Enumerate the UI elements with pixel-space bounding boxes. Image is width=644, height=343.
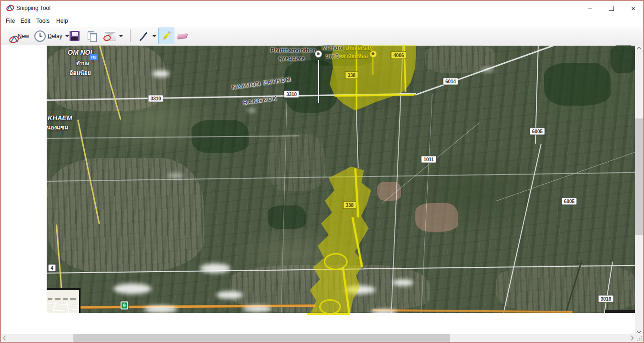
label-phutthamonthon-thai: พุทธมณฑล bbox=[279, 54, 305, 63]
inset-overview-map bbox=[47, 288, 80, 313]
highlighter-ink-overflow bbox=[307, 313, 350, 315]
route-shield-6005: 6005 bbox=[562, 198, 577, 205]
copy-button[interactable] bbox=[85, 28, 99, 44]
route-shield-4: 4 bbox=[48, 265, 56, 272]
scissors-icon bbox=[9, 34, 20, 44]
label-phutthamonthon: Phutthamonthon bbox=[271, 47, 316, 54]
cloud bbox=[144, 305, 177, 313]
route-shield-3310: 3310 bbox=[284, 91, 299, 98]
mahidol-marker-glyph bbox=[372, 52, 374, 55]
window-title: Snipping Tool bbox=[16, 5, 50, 11]
email-envelope-icon bbox=[104, 32, 116, 40]
scroll-right-icon[interactable] bbox=[629, 336, 634, 341]
cloud bbox=[152, 70, 170, 77]
cloud bbox=[113, 284, 151, 294]
cloud bbox=[371, 309, 397, 313]
road-minor bbox=[496, 148, 636, 201]
label-om-noi: OM NOI bbox=[68, 49, 92, 56]
rooftop-area bbox=[415, 203, 458, 232]
toolbar: New Delay bbox=[1, 27, 643, 45]
phutthamonthon-park bbox=[284, 60, 337, 113]
scroll-down-icon[interactable] bbox=[637, 329, 642, 333]
snipping-tool-icon bbox=[6, 4, 14, 12]
route-shield-1011: 1011 bbox=[421, 156, 436, 163]
cloud bbox=[243, 305, 272, 312]
label-khaem: KHAEM bbox=[48, 114, 72, 122]
snip-canvas[interactable]: OM NOI H2 ตำบล อ้อมน้อย KHAEM นองแขม NAK… bbox=[1, 45, 636, 336]
forest-patch bbox=[611, 45, 636, 73]
urban-area bbox=[496, 265, 636, 313]
pen-dropdown-icon bbox=[152, 35, 156, 37]
email-dropdown-icon[interactable] bbox=[119, 35, 123, 37]
toolbar-separator bbox=[130, 29, 131, 42]
label-om-noi-thai: อ้อมน้อย bbox=[70, 68, 91, 77]
cloud bbox=[247, 108, 256, 112]
urban-area bbox=[268, 134, 325, 191]
route-shield-6005: 6005 bbox=[530, 128, 545, 135]
menu-help[interactable]: Help bbox=[54, 17, 70, 25]
pen-dropdown-button[interactable] bbox=[150, 28, 159, 44]
horizontal-scrollbar[interactable] bbox=[1, 334, 637, 342]
title-bar[interactable]: Snipping Tool – × bbox=[1, 1, 643, 15]
route-shield-338: 338 bbox=[343, 202, 356, 209]
route-shield-3016: 3016 bbox=[598, 295, 614, 303]
menu-edit[interactable]: Edit bbox=[18, 17, 33, 25]
route-shield-9: 9 bbox=[121, 302, 128, 310]
minimize-button[interactable]: – bbox=[579, 1, 601, 15]
highlighter-icon bbox=[163, 32, 169, 39]
resize-grip[interactable] bbox=[635, 334, 643, 342]
label-nakhon-pathom: NAKHON PATHOM bbox=[231, 76, 292, 90]
cloud bbox=[200, 264, 231, 273]
cloud bbox=[167, 173, 184, 178]
copy-pages-icon bbox=[87, 31, 97, 41]
menu-tools[interactable]: Tools bbox=[34, 17, 52, 25]
menu-bar: File Edit Tools Help bbox=[1, 15, 643, 27]
floppy-disk-icon bbox=[70, 31, 80, 41]
route-shield-6014: 6014 bbox=[443, 78, 458, 85]
cloud bbox=[392, 279, 413, 286]
route-shield-338: 338 bbox=[345, 72, 358, 79]
eraser-button[interactable] bbox=[173, 28, 191, 44]
delay-label: Delay bbox=[48, 33, 62, 39]
om-noi-station-badge: H2 bbox=[90, 54, 98, 60]
route-shield-4006: 4006 bbox=[391, 52, 406, 59]
captured-map-image: OM NOI H2 ตำบล อ้อมน้อย KHAEM นองแขม NAK… bbox=[47, 45, 636, 313]
pen-icon bbox=[141, 32, 147, 40]
road-338-mid bbox=[356, 109, 359, 168]
cloud bbox=[480, 68, 494, 72]
road-minor bbox=[47, 135, 299, 138]
snipping-tool-window: Snipping Tool – × File Edit Tools Help N… bbox=[0, 0, 644, 343]
label-mahidol-university: Mahidol University bbox=[322, 45, 373, 51]
menu-file[interactable]: File bbox=[3, 17, 17, 25]
scroll-up-icon[interactable] bbox=[637, 47, 642, 52]
interchange-loop bbox=[319, 299, 341, 313]
scroll-left-icon[interactable] bbox=[3, 336, 8, 341]
label-mahidol-university-thai: มหาวิทยาลัยมหิดล bbox=[326, 52, 368, 60]
attribution-bar bbox=[605, 310, 636, 313]
forest-patch bbox=[268, 206, 306, 229]
forest-patch bbox=[544, 63, 611, 106]
rooftop-area bbox=[377, 182, 401, 201]
clock-icon bbox=[34, 30, 46, 42]
interchange-loop bbox=[324, 253, 348, 270]
highlighter-button[interactable] bbox=[158, 28, 174, 44]
phutthamonthon-marker-glyph bbox=[317, 52, 320, 55]
delay-button[interactable]: Delay bbox=[32, 28, 71, 44]
save-button[interactable] bbox=[68, 28, 81, 44]
maximize-icon bbox=[609, 6, 614, 11]
vertical-scrollbar-thumb[interactable] bbox=[635, 118, 643, 235]
mahidol-leader-line bbox=[372, 57, 373, 75]
label-tambon: ตำบล bbox=[76, 59, 89, 68]
horizontal-scrollbar-thumb[interactable] bbox=[73, 334, 450, 342]
cloud bbox=[216, 291, 243, 299]
vertical-scrollbar[interactable] bbox=[635, 45, 643, 336]
maximize-button[interactable] bbox=[601, 1, 622, 15]
label-khaem-thai: นองแขม bbox=[47, 123, 68, 132]
phutthamonthon-leader-line bbox=[318, 60, 319, 103]
new-button[interactable]: New bbox=[2, 28, 31, 44]
close-button[interactable]: × bbox=[623, 1, 644, 15]
eraser-icon bbox=[177, 33, 187, 39]
route-shield-3310: 3310 bbox=[148, 95, 163, 102]
email-button[interactable] bbox=[102, 28, 125, 44]
